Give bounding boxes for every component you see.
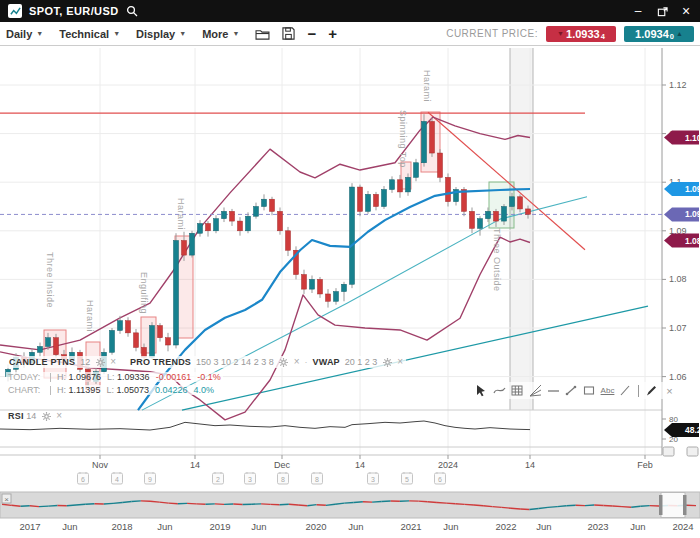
navigator-axis-label: Jun bbox=[251, 521, 266, 532]
calendar-event-icon[interactable]: 6 bbox=[435, 472, 446, 484]
app-chart-icon bbox=[8, 4, 22, 18]
calendar-event-icon[interactable]: 5 bbox=[402, 472, 413, 484]
scrollbar-thumb[interactable] bbox=[663, 447, 674, 456]
svg-text:3: 3 bbox=[248, 476, 252, 483]
pattern-annotation: Spinning Top bbox=[398, 110, 408, 168]
navigator-axis-label: Jun bbox=[536, 521, 551, 532]
navigator-selection-window[interactable] bbox=[659, 493, 687, 518]
indicator-vwap[interactable]: VWAP bbox=[313, 357, 340, 367]
navigator-axis-label: 2017 bbox=[19, 521, 40, 532]
tool-grid[interactable] bbox=[510, 383, 525, 398]
y-axis-tick: 1.08 bbox=[669, 274, 687, 284]
svg-text:2: 2 bbox=[216, 476, 220, 483]
menu-more[interactable]: More▼ bbox=[202, 28, 239, 40]
calendar-event-icon[interactable]: 2 bbox=[213, 472, 224, 484]
pattern-annotation: Engulfing bbox=[139, 272, 149, 314]
calendar-event-icon[interactable]: 8 bbox=[312, 472, 323, 484]
search-icon[interactable] bbox=[126, 5, 138, 17]
close-icon[interactable]: × bbox=[397, 357, 403, 367]
navigator-axis-label: 2023 bbox=[587, 521, 608, 532]
menu-display[interactable]: Display▼ bbox=[136, 28, 186, 40]
current-price-panel: CURRENT PRICE: ▼ 1.09334 1.09340 ▲ bbox=[446, 26, 694, 42]
close-icon[interactable]: × bbox=[294, 357, 300, 367]
svg-text:×: × bbox=[4, 495, 9, 504]
tool-select[interactable] bbox=[474, 383, 489, 398]
rsi-legend: RSI 14 × bbox=[8, 411, 62, 421]
today-low: 1.09336 bbox=[117, 372, 150, 382]
calendar-event-icon[interactable]: 3 bbox=[368, 472, 379, 484]
calendar-event-icon[interactable]: 4 bbox=[112, 472, 123, 484]
svg-text:1.09859: 1.09859 bbox=[685, 184, 700, 194]
minimize-button[interactable]: – bbox=[632, 5, 644, 17]
tool-pencil[interactable] bbox=[644, 383, 659, 398]
chevron-down-icon: ▼ bbox=[113, 30, 120, 37]
tool-text[interactable]: Abc bbox=[600, 383, 615, 398]
menu-timeframe[interactable]: Daily▼ bbox=[6, 28, 43, 40]
indicator-rsi[interactable]: RSI bbox=[8, 411, 24, 421]
save-icon[interactable] bbox=[282, 27, 295, 40]
y-axis-tick: 1.12 bbox=[669, 80, 687, 90]
calendar-event-icon[interactable]: 8 bbox=[278, 472, 289, 484]
close-icon[interactable]: × bbox=[110, 357, 116, 367]
svg-text:4: 4 bbox=[115, 476, 119, 483]
zoom-in-button[interactable]: + bbox=[328, 26, 337, 41]
tool-close[interactable]: × bbox=[662, 383, 677, 398]
gear-icon[interactable] bbox=[95, 357, 105, 367]
svg-text:5: 5 bbox=[405, 476, 409, 483]
calendar-event-icon[interactable]: 3 bbox=[245, 472, 256, 484]
pattern-annotation: Harami bbox=[85, 300, 95, 332]
chevron-down-icon: ▼ bbox=[179, 30, 186, 37]
tool-horizontal-line[interactable] bbox=[546, 383, 561, 398]
navigator-axis-label: 2021 bbox=[400, 521, 421, 532]
svg-text:6: 6 bbox=[438, 476, 442, 483]
chart-low: 1.05073 bbox=[116, 385, 149, 395]
restore-button[interactable] bbox=[656, 5, 668, 17]
y-axis-tick: 1.07 bbox=[669, 323, 687, 333]
tool-fan[interactable] bbox=[528, 383, 543, 398]
indicator-pro-trends[interactable]: PRO TRENDS bbox=[130, 357, 191, 367]
calendar-event-icon[interactable]: 6 bbox=[78, 472, 89, 484]
today-high: 1.09676 bbox=[69, 372, 102, 382]
bid-price-badge: ▼ 1.09334 bbox=[546, 26, 616, 42]
close-icon[interactable]: × bbox=[56, 411, 62, 421]
pattern-annotation: Three Inside bbox=[45, 252, 55, 308]
title-bar: SPOT, EUR/USD – × bbox=[0, 0, 700, 22]
tool-diagonal-line[interactable] bbox=[618, 383, 633, 398]
navigator-axis-label: 2022 bbox=[495, 521, 516, 532]
x-axis-tick: Nov bbox=[92, 460, 109, 470]
chart-application-window: SPOT, EUR/USD – × Daily▼ Technical▼ Disp… bbox=[0, 0, 700, 538]
navigator-axis-label: Jun bbox=[62, 521, 77, 532]
mini-candle-icon bbox=[50, 373, 51, 382]
navigator-axis-label: 2024 bbox=[672, 521, 693, 532]
x-axis-tick: Feb bbox=[637, 460, 653, 470]
navigator-handle-right[interactable] bbox=[683, 495, 687, 515]
indicator-legend: CANDLE PTNS 12 × PRO TRENDS 150 3 10 2 1… bbox=[6, 356, 406, 368]
navigator-close-icon[interactable]: × bbox=[2, 494, 11, 504]
pattern-annotation: Three Outside bbox=[492, 228, 502, 292]
close-icon[interactable]: × bbox=[680, 5, 692, 17]
gear-icon[interactable] bbox=[41, 411, 51, 421]
tool-rectangle[interactable] bbox=[582, 383, 597, 398]
navigator-axis-label: Jun bbox=[443, 521, 458, 532]
gear-icon[interactable] bbox=[382, 357, 392, 367]
chart-stats-row: CHART: H: 1.11395 L: 1.05073 0.04226 4.0… bbox=[6, 385, 216, 395]
indicator-candle-patterns[interactable]: CANDLE PTNS bbox=[9, 357, 75, 367]
calendar-event-icon[interactable]: 9 bbox=[145, 472, 156, 484]
scrollbar-thumb[interactable] bbox=[687, 447, 698, 456]
rsi-line bbox=[0, 421, 530, 430]
ask-price-badge: 1.09340 ▲ bbox=[624, 26, 694, 42]
price-chart-canvas[interactable]: 1.121.111.11.091.081.071.06Nov14Dec14202… bbox=[0, 0, 700, 538]
x-axis-tick: Dec bbox=[274, 460, 291, 470]
chart-high: 1.11395 bbox=[69, 385, 101, 395]
navigator-handle-left[interactable] bbox=[659, 495, 663, 515]
gear-icon[interactable] bbox=[279, 357, 289, 367]
tool-trend-line[interactable] bbox=[564, 383, 579, 398]
tool-curve[interactable] bbox=[492, 383, 507, 398]
zoom-out-button[interactable]: − bbox=[307, 26, 316, 41]
svg-text:8: 8 bbox=[281, 476, 285, 483]
open-folder-icon[interactable] bbox=[255, 28, 270, 40]
candlestick-series bbox=[6, 114, 531, 386]
current-price-label: CURRENT PRICE: bbox=[446, 28, 538, 39]
menu-technical[interactable]: Technical▼ bbox=[59, 28, 120, 40]
price-level-badge: 1.09337 bbox=[664, 207, 700, 221]
